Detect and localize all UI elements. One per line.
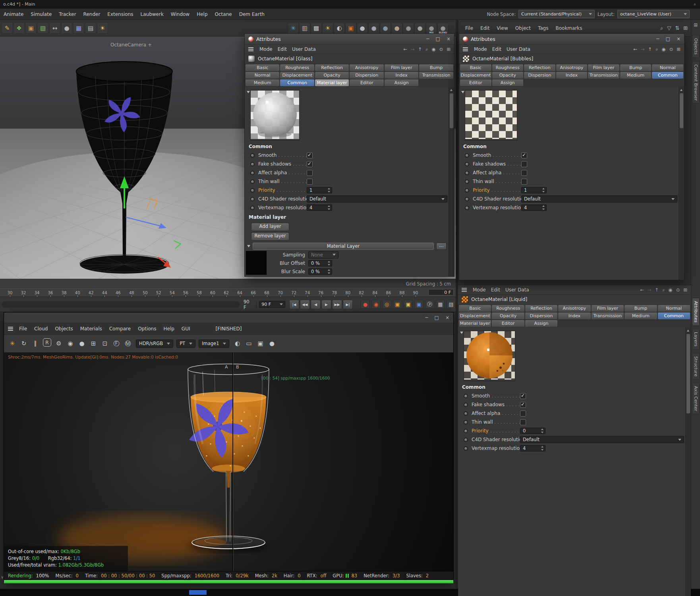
blend-material-icon[interactable]: ●BLEND (437, 23, 449, 34)
history-icon[interactable]: ⊙ (669, 46, 673, 52)
modeling-tool-icon[interactable]: ❖ (14, 22, 25, 34)
material-preview[interactable] (465, 90, 517, 141)
material-tab[interactable]: Film layer (385, 64, 418, 71)
menu-item[interactable]: Render (80, 12, 104, 17)
minimize-button[interactable]: ─ (656, 36, 659, 42)
find-icon[interactable]: ⌕ (662, 287, 665, 293)
panel-menu-item[interactable]: Edit (491, 287, 500, 293)
animation-dot-icon[interactable] (250, 162, 255, 166)
material-tab[interactable]: Transmission (592, 312, 624, 319)
blur-scale-field[interactable]: 0 % (308, 268, 332, 275)
spinner-arrows-icon[interactable] (327, 269, 331, 274)
maximize-button[interactable]: □ (435, 315, 439, 320)
material-tab[interactable]: Anisotropy (558, 305, 590, 312)
manager-tab[interactable]: Content Browser (692, 61, 700, 104)
node-space-select[interactable]: Current (Standard/Physical) (518, 10, 595, 18)
kernel-select[interactable]: PT (176, 339, 195, 348)
spinner-arrows-icon[interactable] (327, 188, 331, 193)
material-tab[interactable]: Assign (525, 320, 557, 327)
animation-dot-icon[interactable] (250, 153, 255, 158)
animation-dot-icon[interactable] (464, 429, 468, 433)
add-layer-button[interactable]: Add layer (251, 223, 289, 231)
timeline-slider[interactable] (2, 301, 240, 307)
material-tab[interactable]: Reflection (524, 64, 555, 71)
render-canvas[interactable] (4, 353, 453, 571)
collapse-chevron-icon[interactable]: ∨ (1, 575, 4, 579)
property-checkbox[interactable] (521, 170, 527, 176)
window-titlebar[interactable]: Attributes ─ □ × (459, 34, 684, 44)
spinner-arrows-icon[interactable] (542, 205, 545, 210)
next-frame-button[interactable]: ▶▶ (332, 300, 342, 309)
property-checkbox[interactable] (307, 170, 313, 176)
close-button[interactable]: × (445, 315, 449, 320)
menu-item[interactable]: Materials (77, 326, 106, 332)
material-name-row[interactable]: OctaneMaterial [Glass] (245, 54, 454, 64)
material-tab[interactable]: Transmission (588, 72, 619, 79)
spinner-arrows-icon[interactable] (542, 188, 545, 193)
key-position-icon[interactable]: ▣ (393, 300, 402, 309)
material-sphere-4-icon[interactable]: ● (391, 23, 402, 34)
octane-camera-icon[interactable]: ▣ (345, 23, 356, 34)
property-checkbox[interactable] (520, 402, 526, 408)
material-tab[interactable]: Editor (492, 320, 524, 327)
play-button[interactable]: ▶ (321, 300, 331, 309)
layer-color-swatch[interactable] (246, 251, 267, 275)
animation-dot-icon[interactable] (464, 446, 468, 451)
material-tab[interactable]: Common (652, 72, 683, 79)
menu-item[interactable]: Bookmarks (552, 25, 586, 31)
octane-logo-icon[interactable]: ✳ (288, 23, 299, 34)
render-region-icon[interactable]: ▭ (244, 338, 254, 349)
measure-tool-icon[interactable]: ↔ (49, 22, 60, 34)
menu-item[interactable]: Animate (0, 12, 27, 17)
panel-menu-item[interactable]: User Data (292, 46, 316, 52)
close-button[interactable]: × (447, 36, 451, 42)
material-tab[interactable]: Assign (492, 79, 524, 86)
panel-menu-item[interactable]: Mode (259, 46, 273, 52)
scrollbar[interactable] (449, 87, 454, 276)
material-preview[interactable] (250, 90, 300, 141)
filter-icon[interactable]: ▽ (667, 25, 671, 31)
pick-white-balance-button[interactable]: ⊡ (100, 338, 110, 349)
menu-item[interactable]: Edit (477, 25, 493, 31)
panel-menu-item[interactable]: Edit (492, 46, 501, 52)
menu-item[interactable]: Octane (211, 12, 236, 17)
shader-resolution-select[interactable]: Default (520, 436, 684, 443)
material-tab[interactable]: Displacement (280, 72, 314, 79)
panel-menu-item[interactable]: User Data (507, 46, 530, 52)
menu-item[interactable]: GUI (178, 326, 194, 332)
manager-tab[interactable]: Axis Center (692, 383, 700, 414)
material-preview[interactable] (464, 331, 515, 381)
goto-start-button[interactable]: |◀ (289, 300, 299, 309)
material-tab[interactable]: Medium (246, 79, 279, 86)
film-region-button[interactable]: Ⓕ (111, 338, 122, 349)
property-checkbox[interactable] (520, 411, 526, 417)
background-mode-icon[interactable]: ◐ (232, 338, 242, 349)
material-tab[interactable]: Common (280, 79, 314, 86)
octane-contrast-icon[interactable]: ◐ (334, 23, 345, 34)
spinner-arrows-icon[interactable] (541, 446, 544, 451)
animation-dot-icon[interactable] (250, 171, 255, 175)
panel-menu-item[interactable]: Mode (473, 287, 486, 293)
menu-item[interactable]: Compare (106, 326, 134, 332)
material-tab[interactable]: Normal (658, 305, 690, 312)
new-window-icon[interactable]: ⊞ (447, 46, 451, 52)
render-settings-button[interactable]: ⚙ (54, 338, 64, 349)
animation-dot-icon[interactable] (465, 162, 469, 166)
material-sphere-1-icon[interactable]: ● (357, 23, 368, 34)
animation-dot-icon[interactable] (250, 197, 255, 201)
material-tab[interactable]: Displacement (459, 312, 491, 319)
render-ball-icon[interactable]: ● (267, 338, 277, 349)
app-titlebar[interactable]: o.c4d *] - Main ⌕ (0, 0, 700, 9)
scrollbar-thumb[interactable] (450, 93, 453, 128)
shader-resolution-select[interactable]: Default (307, 195, 447, 203)
minimize-button[interactable]: ─ (425, 315, 428, 320)
history-icon[interactable]: ⊙ (439, 46, 443, 52)
up-arrow-icon[interactable]: ↑ (648, 46, 652, 52)
goto-end-button[interactable]: ▶| (343, 300, 353, 309)
material-tab[interactable]: Film layer (588, 64, 619, 71)
animation-dot-icon[interactable] (465, 179, 469, 184)
knife-tool-icon[interactable]: ✎ (2, 22, 13, 34)
key-pla-icon[interactable]: ▦ (436, 300, 445, 309)
lock-icon[interactable]: ◉ (432, 46, 436, 52)
region-render-button[interactable]: R (43, 338, 51, 347)
